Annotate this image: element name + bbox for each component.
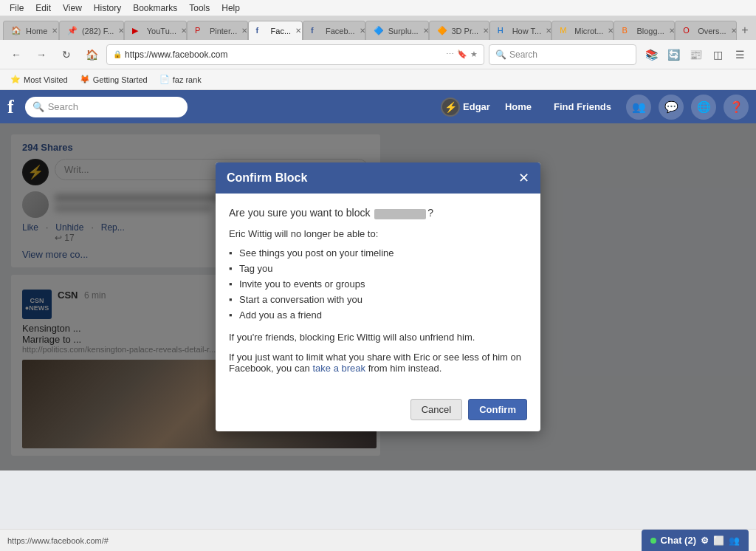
tab-label-howt: How T... <box>512 27 542 35</box>
chat-widget[interactable]: Chat (2) ⚙ ⬜ 👥 <box>642 530 749 552</box>
tab-favicon-3d: 🔶 <box>437 26 447 36</box>
tab-close-fb2[interactable]: ✕ <box>360 27 365 35</box>
address-bar[interactable]: 🔒 https://www.facebook.com ⋯ 🔖 ★ <box>106 44 484 65</box>
tab-close-blog[interactable]: ✕ <box>669 27 675 35</box>
bookmark-most-visited-label: Most Visited <box>24 75 68 84</box>
tab-label-overs: Overs... <box>698 27 726 35</box>
blurred-person-name <box>374 209 426 219</box>
tab-close-pinter[interactable]: ✕ <box>241 27 247 35</box>
bookmarks-icon[interactable]: 📚 <box>641 44 662 65</box>
reader-view-icon[interactable]: 📰 <box>685 44 706 65</box>
tab-close-surplus[interactable]: ✕ <box>423 27 429 35</box>
menu-bookmarks[interactable]: Bookmarks <box>127 1 183 15</box>
tab-home[interactable]: 🏠 Home ✕ <box>3 21 59 40</box>
modal-overlay: Confirm Block ✕ Are you sure you want to… <box>0 123 756 470</box>
forward-button[interactable]: → <box>31 44 52 65</box>
facebook-topnav: f 🔍 Search ⚡ Edgar Home Find Friends 👥 💬… <box>0 90 756 123</box>
tab-facebook2[interactable]: f Faceb... ✕ <box>303 21 365 40</box>
chat-label: Chat (2) <box>661 535 696 546</box>
modal-close-button[interactable]: ✕ <box>518 170 529 186</box>
fb-help-icon[interactable]: ❓ <box>724 95 749 120</box>
limit-text-after: from him instead. <box>365 363 441 374</box>
faz-rank-favicon: 📄 <box>159 75 170 85</box>
tab-close-overs[interactable]: ✕ <box>731 27 737 35</box>
cancel-button[interactable]: Cancel <box>410 399 462 420</box>
modal-body: Are you sure you want to block ? Eric Wi… <box>216 194 540 391</box>
fb-globe-icon[interactable]: 🌐 <box>691 95 716 120</box>
tab-3dprint[interactable]: 🔶 3D Pr... ✕ <box>429 21 489 40</box>
restriction-1: See things you post on your timeline <box>229 245 527 261</box>
chat-people-icon[interactable]: 👥 <box>729 535 740 546</box>
tab-close-3d[interactable]: ✕ <box>483 27 489 35</box>
tab-label-micro: Microt... <box>574 27 603 35</box>
menu-view[interactable]: View <box>57 1 88 15</box>
take-a-break-link[interactable]: take a break <box>312 363 365 374</box>
new-tab-button[interactable]: + <box>737 21 753 40</box>
bookmark-getting-started-label: Getting Started <box>93 75 148 84</box>
menu-icon[interactable]: ☰ <box>729 44 750 65</box>
tab-label-fb2: Faceb... <box>326 27 355 35</box>
tab-micro[interactable]: M Microt... ✕ <box>551 21 614 40</box>
tab-blog[interactable]: B Blogg... ✕ <box>614 21 675 40</box>
browser-search-box[interactable]: 🔍 Search <box>489 44 636 65</box>
fb-search-placeholder: Search <box>48 101 78 112</box>
fb-messages-icon[interactable]: 💬 <box>659 95 684 120</box>
tab-facebook[interactable]: f Fac... ✕ <box>248 21 303 40</box>
address-icons: ⋯ 🔖 ★ <box>446 49 478 59</box>
bookmark-faz-rank[interactable]: 📄 faz rank <box>155 73 206 86</box>
fb-nav-home[interactable]: Home <box>505 101 532 112</box>
restriction-4: Start a conversation with you <box>229 292 527 307</box>
home-button[interactable]: 🏠 <box>81 44 102 65</box>
modal-footer: Cancel Confirm <box>216 391 540 431</box>
tab-close-howt[interactable]: ✕ <box>546 27 551 35</box>
tab-close-fb[interactable]: ✕ <box>295 27 301 35</box>
bookmark-most-visited[interactable]: ⭐ Most Visited <box>6 73 72 86</box>
modal-question: Are you sure you want to block ? <box>229 207 527 219</box>
menu-edit[interactable]: Edit <box>30 1 57 15</box>
nav-right-icons: 📚 🔄 📰 ◫ ☰ <box>641 44 750 65</box>
chat-icon-group: ⚙ ⬜ 👥 <box>701 535 740 546</box>
tab-close-yt[interactable]: ✕ <box>181 27 187 35</box>
back-button[interactable]: ← <box>6 44 27 65</box>
facebook-content: 294 Shares Writ... Like · Unhide · Rep..… <box>0 123 756 470</box>
tab-label-yt: YouTu... <box>147 27 176 35</box>
fb-nav-user[interactable]: ⚡ Edgar <box>441 97 490 117</box>
tab-pinterest[interactable]: 📌 (282) F... ✕ <box>59 21 124 40</box>
menu-file[interactable]: File <box>4 1 30 15</box>
chat-video-icon[interactable]: ⬜ <box>713 535 724 546</box>
tab-favicon-howt: H <box>498 26 508 36</box>
menu-help[interactable]: Help <box>216 1 246 15</box>
tab-close-home[interactable]: ✕ <box>52 27 58 35</box>
status-bar: https://www.facebook.com/# Chat (2) ⚙ ⬜ … <box>0 529 756 551</box>
chat-settings-icon[interactable]: ⚙ <box>701 535 709 546</box>
fb-nav-find-friends[interactable]: Find Friends <box>554 101 611 112</box>
url-text: https://www.facebook.com <box>125 49 446 60</box>
tab-surplus[interactable]: 🔷 Surplu... ✕ <box>365 21 429 40</box>
fb-friends-icon[interactable]: 👥 <box>626 95 651 120</box>
tab-favicon-home: 🏠 <box>11 26 21 36</box>
tab-label-surplus: Surplu... <box>388 27 419 35</box>
menu-tools[interactable]: Tools <box>183 1 216 15</box>
confirm-button[interactable]: Confirm <box>468 399 527 420</box>
search-icon: 🔍 <box>495 49 506 60</box>
restriction-2: Tag you <box>229 261 527 276</box>
tab-favicon-micro: M <box>560 26 570 36</box>
tab-close-pin[interactable]: ✕ <box>118 27 123 35</box>
fb-username: Edgar <box>463 101 490 112</box>
tab-pinter[interactable]: P Pinter... ✕ <box>187 21 248 40</box>
facebook-search-box[interactable]: 🔍 Search <box>25 97 188 117</box>
bookmark-getting-started[interactable]: 🦊 Getting Started <box>75 73 152 86</box>
modal-limit-text: If you just want to limit what you share… <box>229 352 527 374</box>
sync-icon[interactable]: 🔄 <box>663 44 684 65</box>
tab-howt[interactable]: H How T... ✕ <box>489 21 552 40</box>
status-url: https://www.facebook.com/# <box>7 536 109 545</box>
sidebar-icon[interactable]: ◫ <box>707 44 728 65</box>
menubar: File Edit View History Bookmarks Tools H… <box>0 0 756 16</box>
refresh-button[interactable]: ↻ <box>56 44 77 65</box>
menu-history[interactable]: History <box>88 1 127 15</box>
tab-label-blog: Blogg... <box>636 27 664 35</box>
tab-close-micro[interactable]: ✕ <box>608 27 614 35</box>
tabs-bar: 🏠 Home ✕ 📌 (282) F... ✕ ▶ YouTu... ✕ P P… <box>0 16 756 40</box>
tab-overs[interactable]: O Overs... ✕ <box>675 21 737 40</box>
tab-youtube[interactable]: ▶ YouTu... ✕ <box>124 21 187 40</box>
